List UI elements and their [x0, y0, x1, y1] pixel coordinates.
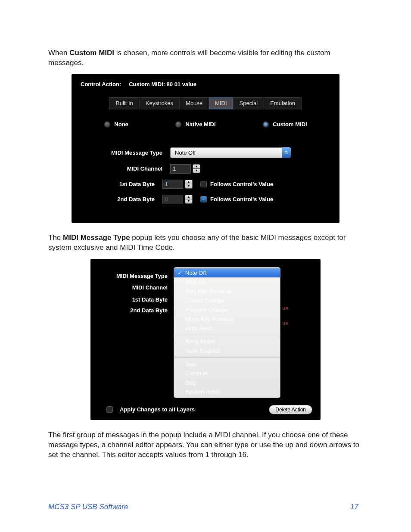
apply-all-layers-label: Apply Changes to all Layers [120, 406, 195, 414]
radio-icon [175, 121, 182, 128]
first-data-byte-input[interactable]: 1 [162, 180, 183, 189]
menu-item-tune-request[interactable]: Tune Request [174, 346, 280, 356]
page-number: 17 [350, 502, 358, 512]
menu-item-program-change[interactable]: Program Change [174, 305, 280, 315]
tab-midi[interactable]: MIDI [209, 97, 233, 109]
panel-header: Control Action: Custom MIDI: 80 01 value [81, 81, 330, 88]
midi-message-type-label: MIDI Message Type [99, 272, 174, 280]
first-data-byte-label: 1st Data Byte [81, 180, 162, 188]
second-byte-follows-label: Follows Control's Value [210, 196, 273, 203]
menu-item-start[interactable]: Start [174, 360, 280, 369]
first-byte-follows-checkbox[interactable] [200, 181, 207, 187]
midi-channel-input[interactable]: 1 [170, 164, 191, 174]
tab-built-in[interactable]: Built In [109, 97, 140, 109]
radio-native-midi[interactable]: Native MIDI [175, 121, 215, 128]
first-data-byte-label: 1st Data Byte [99, 296, 174, 304]
tab-special[interactable]: Special [234, 97, 265, 109]
radio-icon [262, 121, 269, 128]
obscured-text: ue [282, 320, 288, 327]
menu-item-stop[interactable]: Stop [174, 378, 280, 388]
tab-keystrokes[interactable]: Keystrokes [140, 97, 180, 109]
second-data-byte-input[interactable]: 0 [162, 195, 183, 204]
second-byte-follows-checkbox[interactable]: ✓ [200, 196, 207, 202]
midi-message-type-label: MIDI Message Type [81, 149, 170, 157]
menu-item-note-off[interactable]: Note Off [174, 268, 280, 278]
first-data-byte-stepper[interactable]: ▲▼ [185, 180, 193, 189]
tab-mouse[interactable]: Mouse [180, 97, 209, 109]
intro-paragraph: When Custom MIDI is chosen, more control… [48, 48, 363, 68]
menu-item-continue[interactable]: Continue [174, 369, 280, 378]
footer-title: MCS3 SP USB Software [48, 502, 128, 512]
menu-item-mono-key-pressure[interactable]: Mono Key Pressure [174, 314, 280, 324]
midi-channel-stepper[interactable]: ▲▼ [193, 164, 200, 173]
popup-description-paragraph: The MIDI Message Type popup lets you cho… [48, 233, 363, 253]
second-data-byte-stepper[interactable]: ▲▼ [185, 195, 193, 204]
menu-item-system-reset[interactable]: System Reset [174, 387, 280, 397]
second-data-byte-label: 2nd Data Byte [99, 307, 174, 314]
channel-editor-paragraph: The first group of messages in the popup… [48, 430, 363, 460]
menu-item-note-on[interactable]: Note On [174, 277, 280, 287]
menu-item-poly-key-pressure[interactable]: Poly Key Pressure [174, 287, 280, 296]
menu-item-song-select[interactable]: Song Select [174, 337, 280, 346]
chevron-updown-icon: ⇅ [282, 147, 291, 159]
apply-all-layers-checkbox[interactable] [106, 406, 113, 413]
radio-icon [104, 121, 111, 128]
control-action-panel: Control Action: Custom MIDI: 80 01 value… [72, 74, 339, 223]
midi-message-type-menu: Note Off Note On Poly Key Pressure Contr… [174, 267, 280, 398]
popup-menu-panel: MIDI Message Type MIDI Channel 1 1st Dat… [90, 259, 321, 420]
tab-emulation[interactable]: Emulation [264, 97, 302, 109]
radio-none[interactable]: None [104, 121, 128, 128]
tab-bar: Built In Keystrokes Mouse MIDI Special E… [81, 97, 330, 109]
midi-message-type-popup[interactable]: Note Off ⇅ [170, 147, 291, 159]
menu-item-control-change[interactable]: Control Change [174, 296, 280, 305]
midi-channel-label: MIDI Channel [81, 165, 170, 173]
delete-action-button[interactable]: Delete Action [269, 405, 312, 414]
radio-custom-midi[interactable]: Custom MIDI [262, 121, 307, 128]
menu-item-pitch-bend[interactable]: Pitch Bend [174, 324, 280, 333]
second-data-byte-label: 2nd Data Byte [81, 196, 162, 203]
first-byte-follows-label: Follows Control's Value [210, 180, 273, 188]
midi-channel-label: MIDI Channel [99, 284, 174, 292]
